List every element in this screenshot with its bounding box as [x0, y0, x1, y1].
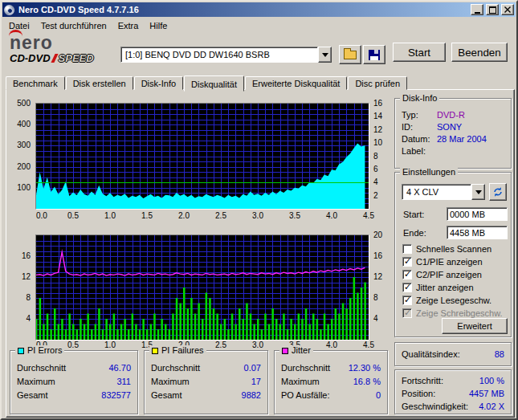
stat-row: Durchschnitt46.70 — [10, 361, 137, 374]
disk-info-title: Disk-Info — [400, 93, 439, 104]
x-axis-tick-label: 1.5 — [141, 211, 153, 220]
stat-label: Durchschnitt — [281, 363, 330, 373]
stat-value: 311 — [116, 377, 131, 386]
close-button[interactable] — [501, 4, 514, 15]
stat-row: Gesamt9882 — [145, 388, 267, 402]
tab-disk-info[interactable]: Disk-Info — [134, 76, 183, 90]
tab-erweiterte-diskqualitaet[interactable]: Erweiterte Diskqualität — [245, 76, 347, 90]
title-bar: Nero CD-DVD Speed 4.7.7.16 — [2, 2, 516, 17]
y-axis-tick-label: 14 — [370, 112, 390, 121]
logo-product-b: SPEED — [59, 52, 94, 64]
y-axis-tick-label: 100 — [8, 183, 35, 193]
y-axis-tick-label: 4 — [8, 314, 35, 324]
pi-errors-stats-panel: PI Errors Durchschnitt46.70 Maximum311 G… — [10, 350, 138, 414]
disk-type-label: Typ: — [402, 110, 437, 120]
checkbox-c2-pif-anzeigen[interactable]: C2/PIF anzeigen — [402, 269, 482, 279]
speed-select-value[interactable]: 4 X CLV — [402, 184, 471, 200]
pif-plot-frame — [35, 234, 369, 340]
drive-select-dropdown-button[interactable] — [318, 47, 332, 63]
pi-failures-color-swatch — [152, 348, 158, 354]
disk-id-label: ID: — [402, 122, 437, 132]
start-field[interactable] — [447, 207, 508, 221]
chevron-down-icon — [322, 53, 328, 60]
stat-row: Maximum16.8 % — [275, 374, 387, 388]
checkbox-icon — [402, 308, 412, 318]
x-axis-tick-label: 2.5 — [215, 340, 226, 349]
y-axis-tick-label: 12 — [370, 125, 390, 135]
checkbox-label: Zeige Lesegeschw. — [416, 296, 491, 305]
stat-value: 12.30 % — [349, 363, 381, 373]
quit-button[interactable]: Beenden — [451, 43, 508, 62]
menu-test-durchfuehren[interactable]: Test durchführen — [35, 19, 112, 32]
y-axis-tick-label: 2 — [370, 191, 390, 201]
pif-jitter-plot — [36, 235, 369, 340]
y-axis-tick-label: 16 — [370, 99, 390, 108]
y-axis-tick-label: 8 — [370, 293, 390, 303]
quality-index-value: 88 — [495, 349, 504, 359]
checkbox-label: Zeige Schreibgeschw. — [416, 308, 503, 318]
pi-errors-y-axis-left: 500400300200100 — [8, 104, 35, 209]
stat-value: 832577 — [101, 390, 131, 400]
stat-value: 0 — [376, 390, 381, 400]
stat-label: PO Ausfälle: — [281, 390, 330, 400]
stat-value: 16.8 % — [353, 377, 381, 386]
drive-select-value[interactable]: [1:0] BENQ DVD DD DW1640 BSRB — [120, 47, 318, 63]
y-axis-tick-label: 12 — [370, 272, 390, 282]
position-label: Position: — [402, 389, 435, 398]
tab-disc-pruefen[interactable]: Disc prüfen — [348, 76, 407, 90]
speed-select-dropdown-button[interactable] — [471, 184, 485, 200]
speed-select[interactable]: 4 X CLV — [402, 184, 485, 200]
y-axis-tick-label: 6 — [370, 165, 390, 174]
minimize-button[interactable] — [471, 4, 483, 15]
pif-y-axis-right: 20161284 — [370, 235, 390, 340]
checkbox-jitter-anzeigen[interactable]: Jitter anzeigen — [402, 282, 474, 292]
x-axis-tick-label: 3.0 — [252, 340, 263, 349]
x-axis-tick-label: 2.0 — [178, 211, 190, 220]
stat-value: 9882 — [242, 390, 261, 400]
minimize-icon — [475, 12, 480, 14]
tab-diskqualitaet[interactable]: Diskqualität — [184, 75, 244, 92]
stat-label: Gesamt — [17, 390, 48, 400]
quality-index-label: Qualitätsindex: — [402, 349, 460, 359]
end-field[interactable] — [447, 226, 508, 239]
y-axis-tick-label: 12 — [8, 272, 35, 282]
checkbox-zeige-lesegeschw[interactable]: Zeige Lesegeschw. — [402, 295, 491, 305]
save-results-button[interactable] — [363, 45, 385, 64]
refresh-icon — [492, 186, 504, 198]
jitter-stats-panel: Jitter Durchschnitt12.30 % Maximum16.8 %… — [274, 350, 388, 414]
stat-row: Durchschnitt12.30 % — [275, 361, 387, 374]
speed-value: 4.02 X — [479, 402, 504, 411]
start-field-label: Start: — [403, 210, 424, 219]
y-axis-tick-label: 16 — [8, 251, 35, 261]
y-axis-tick-label: 8 — [8, 293, 35, 303]
pi-errors-stats-title: PI Errors — [27, 345, 62, 356]
checkbox-c1-pie-anzeigen[interactable]: C1/PIE anzeigen — [402, 256, 483, 267]
y-axis-tick-label: 16 — [370, 251, 390, 261]
x-axis-tick-label: 0.5 — [67, 211, 79, 220]
start-button[interactable]: Start — [393, 43, 446, 62]
progress-value: 100 % — [479, 376, 504, 385]
checkbox-icon — [402, 283, 412, 292]
stat-label: Maximum — [281, 377, 320, 386]
disk-date-value: 28 Mar 2004 — [437, 134, 487, 144]
open-results-button[interactable] — [339, 45, 361, 64]
checkbox-icon — [402, 296, 412, 305]
checkbox-schnelles-scannen[interactable]: Schnelles Scannen — [402, 243, 491, 254]
tab-disk-erstellen[interactable]: Disk erstellen — [66, 76, 133, 90]
stat-label: Durchschnitt — [151, 363, 200, 373]
refresh-button[interactable] — [489, 183, 507, 201]
advanced-button[interactable]: Erweitert — [442, 318, 508, 334]
maximize-button[interactable] — [486, 4, 499, 15]
menu-hilfe[interactable]: Hilfe — [144, 19, 173, 32]
menu-extra[interactable]: Extra — [112, 19, 145, 32]
pi-errors-y-axis-right: 161412108642 — [370, 104, 390, 209]
pi-errors-plot-frame — [35, 103, 369, 210]
quality-index-panel: Qualitätsindex:88 — [394, 342, 512, 366]
x-axis-tick-label: 2.5 — [215, 211, 226, 220]
tab-benchmark[interactable]: Benchmark — [6, 76, 65, 90]
settings-panel: Einstellungen 4 X CLV Start: Ende: Schne… — [394, 172, 512, 337]
drive-select[interactable]: [1:0] BENQ DVD DD DW1640 BSRB — [120, 47, 332, 63]
stat-label: Gesamt — [151, 390, 182, 400]
y-axis-tick-label: 4 — [370, 314, 390, 324]
nero-logo: nero CD-DVDSPEED — [10, 34, 118, 64]
